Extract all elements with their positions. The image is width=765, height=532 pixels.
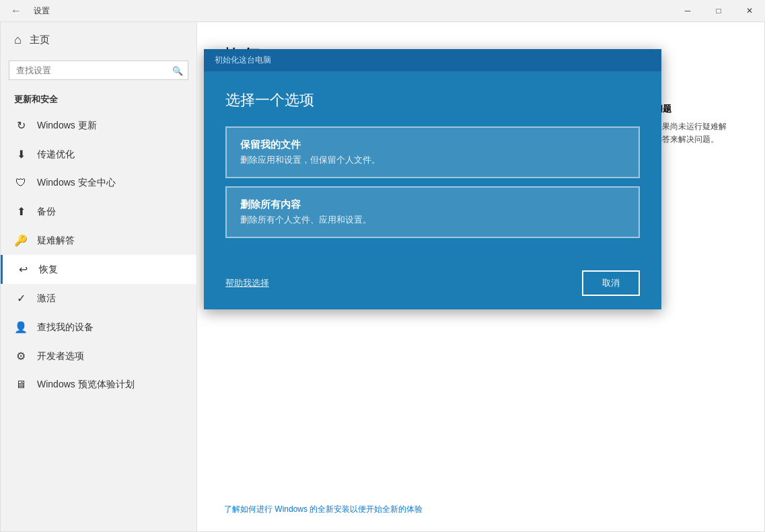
sidebar-item-label: 备份 [37, 206, 56, 218]
developer-icon: ⚙ [14, 350, 28, 363]
insider-icon: 🖥 [14, 379, 28, 391]
sidebar-item-label: Windows 更新 [37, 120, 97, 132]
home-label: 主页 [30, 34, 50, 46]
sidebar-section-title: 更新和安全 [1, 88, 196, 111]
sidebar-item-label: Windows 预览体验计划 [37, 379, 135, 391]
sidebar-item-windows-update[interactable]: ↻ Windows 更新 [1, 111, 196, 140]
option-keep-title: 保留我的文件 [240, 139, 625, 151]
titlebar-title: 设置 [34, 5, 50, 17]
option-keep-desc: 删除应用和设置，但保留个人文件。 [240, 154, 625, 166]
update-icon: ↻ [14, 119, 28, 132]
troubleshoot-icon: 🔑 [14, 234, 28, 247]
sidebar-item-backup[interactable]: ⬆ 备份 [1, 197, 196, 226]
search-icon: 🔍 [172, 65, 183, 75]
sidebar-home[interactable]: ⌂ 主页 [1, 22, 196, 58]
sidebar-item-delivery-opt[interactable]: ⬇ 传递优化 [1, 140, 196, 169]
reset-dialog: 初始化这台电脑 选择一个选项 保留我的文件 删除应用和设置，但保留个人文件。 删… [204, 49, 661, 309]
shield-icon: 🛡 [14, 177, 28, 189]
dialog-title: 选择一个选项 [225, 90, 640, 110]
sidebar-item-recovery[interactable]: ↩ 恢复 [1, 255, 196, 284]
find-device-icon: 👤 [14, 321, 28, 334]
home-icon: ⌂ [14, 33, 22, 47]
maximize-button[interactable]: □ [703, 0, 734, 22]
minimize-button[interactable]: ─ [672, 0, 703, 22]
option-remove-all[interactable]: 删除所有内容 删除所有个人文件、应用和设置。 [225, 186, 640, 238]
search-input[interactable] [9, 61, 188, 80]
option-remove-desc: 删除所有个人文件、应用和设置。 [240, 214, 625, 226]
close-button[interactable]: ✕ [734, 0, 765, 22]
sidebar-item-label: 查找我的设备 [37, 321, 94, 334]
dialog-footer: 帮助我选择 取消 [204, 260, 661, 309]
sidebar-item-find-device[interactable]: 👤 查找我的设备 [1, 313, 196, 342]
sidebar-item-developer[interactable]: ⚙ 开发者选项 [1, 342, 196, 371]
back-button[interactable]: ← [5, 5, 27, 17]
option-remove-title: 删除所有内容 [240, 198, 625, 211]
backup-icon: ⬆ [14, 205, 28, 218]
main-content: 恢复 重置此电脑 如果电脑未正常运行，重置电脑可能会解决问题。重置时，可以选择保… [197, 22, 764, 531]
sidebar-item-troubleshoot[interactable]: 🔑 疑难解答 [1, 226, 196, 255]
sidebar-item-windows-insider[interactable]: 🖥 Windows 预览体验计划 [1, 371, 196, 399]
app-body: ⌂ 主页 🔍 更新和安全 ↻ Windows 更新 ⬇ 传递优化 🛡 Windo… [0, 22, 765, 532]
titlebar: ← 设置 ─ □ ✕ [0, 0, 765, 22]
activation-icon: ✓ [14, 292, 28, 305]
sidebar-item-activation[interactable]: ✓ 激活 [1, 284, 196, 313]
bottom-link[interactable]: 了解如何进行 Windows 的全新安装以便开始全新的体验 [224, 504, 423, 515]
recovery-icon: ↩ [16, 263, 30, 276]
sidebar-item-label: 传递优化 [37, 149, 75, 161]
delivery-icon: ⬇ [14, 148, 28, 161]
window-controls: ─ □ ✕ [672, 0, 765, 22]
dialog-header: 初始化这台电脑 [204, 49, 661, 71]
search-box: 🔍 [9, 61, 188, 80]
sidebar-item-label: Windows 安全中心 [37, 177, 116, 189]
help-choose-link[interactable]: 帮助我选择 [225, 277, 269, 289]
sidebar: ⌂ 主页 🔍 更新和安全 ↻ Windows 更新 ⬇ 传递优化 🛡 Windo… [1, 22, 197, 531]
cancel-button[interactable]: 取消 [582, 270, 640, 296]
sidebar-item-label: 激活 [37, 293, 56, 305]
sidebar-item-label: 恢复 [39, 264, 58, 276]
sidebar-item-label: 疑难解答 [37, 235, 75, 247]
dialog-body: 选择一个选项 保留我的文件 删除应用和设置，但保留个人文件。 删除所有内容 删除… [204, 71, 661, 260]
sidebar-item-windows-security[interactable]: 🛡 Windows 安全中心 [1, 169, 196, 197]
sidebar-item-label: 开发者选项 [37, 350, 84, 363]
option-keep-files[interactable]: 保留我的文件 删除应用和设置，但保留个人文件。 [225, 126, 640, 178]
